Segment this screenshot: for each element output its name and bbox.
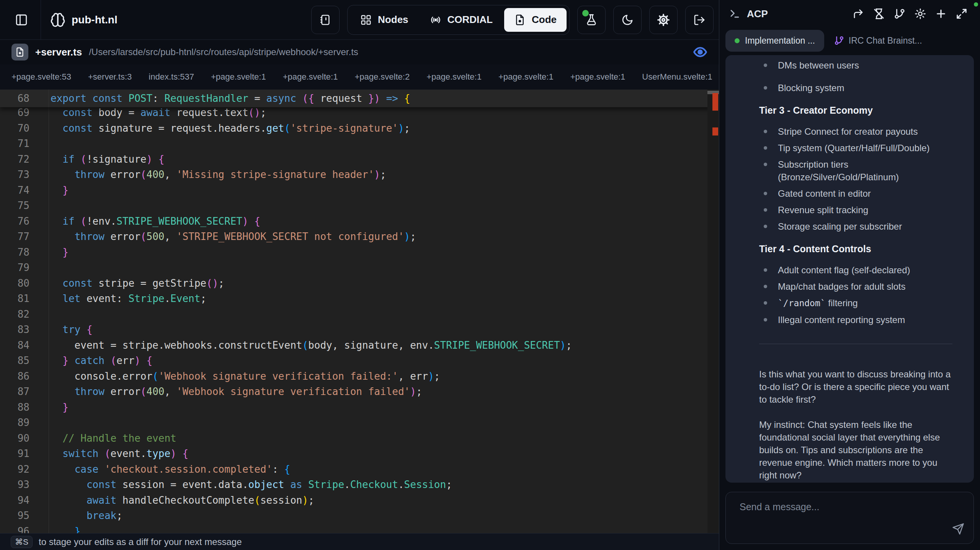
- code-line-95[interactable]: 95 break;: [0, 508, 719, 524]
- tab-item[interactable]: +page.svelte:1: [426, 72, 482, 82]
- code-line-83[interactable]: 83 try {: [0, 322, 719, 338]
- code-line-81[interactable]: 81 let event: Stripe.Event;: [0, 291, 719, 307]
- code-line-90[interactable]: 90 // Handle the event: [0, 431, 719, 446]
- status-bar: ⌘S to stage your edits as a diff for you…: [0, 533, 719, 550]
- tab-item[interactable]: +page.svelte:1: [570, 72, 626, 82]
- branch-button[interactable]: [891, 5, 908, 22]
- preview-toggle-button[interactable]: [693, 45, 707, 59]
- tab-item[interactable]: +page.svelte:2: [354, 72, 410, 82]
- view-tab-nodes[interactable]: Nodes: [350, 8, 418, 32]
- plus-icon: [935, 8, 947, 20]
- code-line-75[interactable]: 75: [0, 198, 719, 214]
- code-line-72[interactable]: 72 if (!signature) {: [0, 152, 719, 167]
- divider: [41, 0, 41, 40]
- code-line-73[interactable]: 73 throw error(400, 'Missing stripe-sign…: [0, 167, 719, 183]
- tab-item[interactable]: +page.svelte:1: [498, 72, 554, 82]
- code-line-78[interactable]: 78 }: [0, 245, 719, 260]
- message-input[interactable]: [726, 492, 973, 543]
- tab-item[interactable]: UserMenu.svelte:1: [642, 72, 712, 82]
- forward-button[interactable]: [850, 5, 867, 22]
- view-tab-cordial[interactable]: CORDIAL: [420, 8, 503, 32]
- line-number: 89: [0, 415, 49, 431]
- list-item: Subscription tiers (Bronze/Silver/Gold/P…: [759, 158, 956, 183]
- panel-toggle-button[interactable]: [10, 6, 33, 34]
- code-text: }: [49, 245, 69, 260]
- message-card: DMs between usersBlocking systemTier 3 -…: [725, 55, 974, 483]
- editor-scrollbar[interactable]: [707, 90, 719, 533]
- bullet-icon: [764, 130, 767, 133]
- code-line-70[interactable]: 70 const signature = request.headers.get…: [0, 121, 719, 136]
- line-number: 82: [0, 307, 49, 322]
- git-branch-icon: [894, 8, 905, 20]
- acp-panel: ACP: [719, 0, 980, 550]
- code-line-91[interactable]: 91 switch (event.type) {: [0, 446, 719, 462]
- code-line-76[interactable]: 76 if (!env.STRIPE_WEBHOOK_SECRET) {: [0, 214, 719, 229]
- list-item-text: Tip system (Quarter/Half/Full/Double): [778, 142, 930, 154]
- panel-actions: [850, 5, 970, 22]
- code-line-92[interactable]: 92 case 'checkout.session.completed': {: [0, 462, 719, 477]
- code-line-87[interactable]: 87 throw error(400, 'Webhook signature v…: [0, 384, 719, 400]
- code-editor[interactable]: 68export const POST: RequestHandler = as…: [0, 90, 719, 533]
- bullet-icon: [764, 208, 767, 212]
- code-lines: 68export const POST: RequestHandler = as…: [0, 90, 719, 533]
- logout-button[interactable]: [685, 6, 714, 34]
- brand: pub-ht.nl: [50, 12, 118, 28]
- line-number: 84: [0, 338, 49, 353]
- code-text: [49, 260, 51, 276]
- view-tab-code[interactable]: Code: [504, 8, 567, 32]
- code-line-71[interactable]: 71: [0, 136, 719, 152]
- topbar-actions: Nodes CORDIAL Code: [311, 5, 714, 35]
- code-line-88[interactable]: 88 }: [0, 400, 719, 415]
- code-text: }: [49, 524, 80, 534]
- thread-tab-inactive[interactable]: IRC Chat Brainst...: [834, 36, 922, 46]
- line-number: 86: [0, 369, 49, 384]
- history-off-button[interactable]: [871, 5, 887, 22]
- code-line-82[interactable]: 82: [0, 307, 719, 322]
- composer: [725, 492, 974, 544]
- settings-button[interactable]: [649, 6, 678, 34]
- line-number: 70: [0, 121, 49, 136]
- error-marker: [712, 127, 718, 135]
- code-line-93[interactable]: 93 const session = event.data.object as …: [0, 477, 719, 493]
- code-line-84[interactable]: 84 event = stripe.webhooks.constructEven…: [0, 338, 719, 353]
- list-item-text: Storage scaling per subscriber: [778, 220, 902, 233]
- line-number: 73: [0, 167, 49, 183]
- editor-column: pub-ht.nl Nodes: [0, 0, 719, 550]
- code-line-79[interactable]: 79: [0, 260, 719, 276]
- expand-button[interactable]: [953, 5, 970, 22]
- list-item-text: Gated content in editor: [778, 187, 871, 200]
- section-heading: Tier 3 - Creator Economy: [759, 105, 956, 116]
- tab-item[interactable]: +page.svelte:53: [11, 72, 71, 82]
- theme-button[interactable]: [613, 6, 642, 34]
- code-line-69[interactable]: 69 const body = await request.text();: [0, 105, 719, 121]
- list-item: Map/chat badges for adult slots: [759, 280, 956, 293]
- code-line-74[interactable]: 74 }: [0, 183, 719, 198]
- code-text: console.error('Webhook signature verific…: [49, 369, 440, 384]
- experiments-button[interactable]: [577, 6, 606, 34]
- code-text: const stripe = getStripe();: [49, 276, 224, 291]
- notebook-button[interactable]: [311, 6, 340, 34]
- new-thread-button[interactable]: [933, 5, 949, 22]
- expand-icon: [956, 8, 967, 20]
- tab-item[interactable]: +page.svelte:1: [211, 72, 266, 82]
- thread-tab-active[interactable]: Implementation ...: [725, 30, 824, 52]
- code-line-80[interactable]: 80 const stripe = getStripe();: [0, 276, 719, 291]
- file-icon: [11, 44, 28, 60]
- code-line-89[interactable]: 89: [0, 415, 719, 431]
- list-item-text: Stripe Connect for creator payouts: [778, 125, 918, 138]
- send-button[interactable]: [952, 523, 964, 535]
- view-switcher: Nodes CORDIAL Code: [347, 5, 570, 35]
- git-branch-icon: [834, 36, 844, 46]
- model-button[interactable]: [912, 5, 929, 22]
- code-line-96[interactable]: 96 }: [0, 524, 719, 534]
- code-line-77[interactable]: 77 throw error(500, 'STRIPE_WEBHOOK_SECR…: [0, 229, 719, 245]
- code-line-68[interactable]: 68export const POST: RequestHandler = as…: [0, 90, 719, 107]
- code-line-85[interactable]: 85 } catch (err) {: [0, 353, 719, 369]
- code-line-86[interactable]: 86 console.error('Webhook signature veri…: [0, 369, 719, 384]
- tab-item[interactable]: index.ts:537: [149, 72, 194, 82]
- tab-item[interactable]: +page.svelte:1: [283, 72, 338, 82]
- code-text: const body = await request.text();: [49, 105, 266, 121]
- code-line-94[interactable]: 94 await handleCheckoutComplete(session)…: [0, 493, 719, 508]
- tab-item[interactable]: +server.ts:3: [88, 72, 132, 82]
- line-number: 83: [0, 322, 49, 338]
